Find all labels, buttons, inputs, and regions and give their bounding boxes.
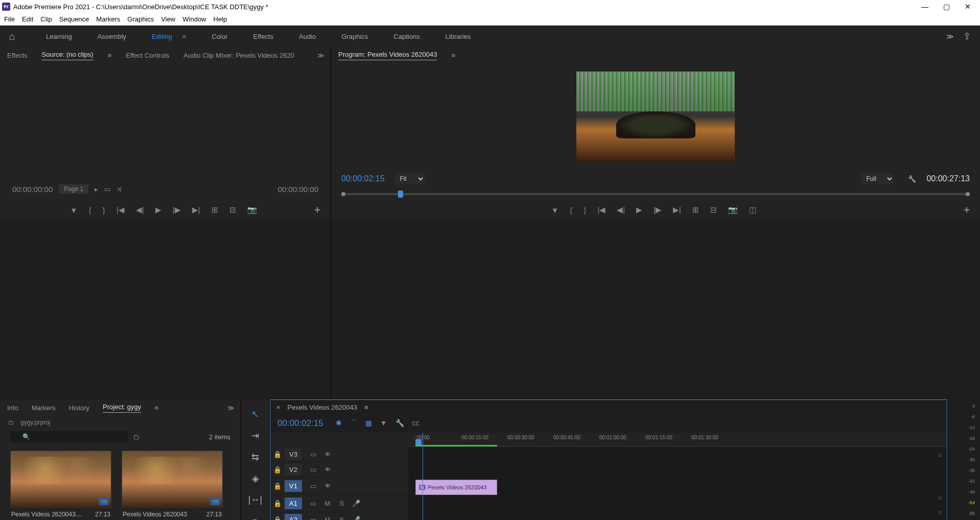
- lock-icon[interactable]: 🔒: [270, 466, 285, 474]
- play-icon[interactable]: ▸: [95, 185, 98, 193]
- track-label[interactable]: V1: [285, 480, 302, 492]
- sync-lock-icon[interactable]: ▭: [307, 466, 319, 474]
- work-area[interactable]: [415, 445, 497, 446]
- tab-markers[interactable]: Markers: [32, 404, 56, 412]
- menu-sequence[interactable]: Sequence: [59, 15, 89, 23]
- sync-lock-icon[interactable]: ▭: [307, 482, 319, 490]
- source-clip-icon[interactable]: ▭: [104, 185, 110, 193]
- settings-icon[interactable]: 🔧: [908, 175, 916, 183]
- program-tc-current[interactable]: 00:00:02:15: [341, 174, 385, 183]
- track-label[interactable]: V2: [285, 464, 302, 476]
- zoom-select[interactable]: Fit: [395, 173, 425, 184]
- lock-icon[interactable]: 🔒: [270, 500, 285, 507]
- timeline-tc[interactable]: 00:00:02:15: [277, 418, 323, 429]
- program-tab[interactable]: Program: Pexels Videos 2620043: [338, 51, 437, 60]
- source-overlay-icon[interactable]: ⤮: [116, 185, 122, 193]
- track-v2[interactable]: 🔒 V2 ▭ 👁: [270, 462, 408, 478]
- track-a2[interactable]: 🔒 A2 ▭ M S 🎤: [270, 512, 408, 520]
- ripple-tool-icon[interactable]: ⇆: [251, 452, 259, 463]
- extract-icon[interactable]: ⊟: [710, 205, 717, 215]
- program-scrubber[interactable]: [331, 189, 980, 199]
- solo-icon[interactable]: S: [336, 516, 348, 520]
- minimize-button[interactable]: —: [919, 3, 931, 11]
- voice-icon[interactable]: 🎤: [350, 500, 362, 507]
- tab-history[interactable]: History: [69, 404, 89, 412]
- menu-markers[interactable]: Markers: [96, 15, 120, 23]
- close-sequence-icon[interactable]: ×: [276, 404, 281, 411]
- sequence-name[interactable]: Pexels Videos 2620043: [288, 404, 357, 411]
- toggle-output-icon[interactable]: 👁: [321, 451, 334, 458]
- scrub-playhead[interactable]: [398, 191, 403, 198]
- project-tabs-overflow-icon[interactable]: ≫: [227, 404, 234, 412]
- marker-icon[interactable]: ▼: [551, 206, 558, 215]
- workspace-menu-icon[interactable]: ≡: [182, 33, 186, 40]
- source-panel-menu-icon[interactable]: ≡: [108, 52, 112, 59]
- goto-out-icon[interactable]: ▶|: [192, 205, 200, 215]
- tab-info[interactable]: Info: [7, 404, 18, 412]
- toggle-output-icon[interactable]: 👁: [321, 482, 334, 490]
- slip-tool-icon[interactable]: |↔|: [248, 494, 262, 505]
- menu-graphics[interactable]: Graphics: [127, 15, 154, 23]
- menu-view[interactable]: View: [161, 15, 175, 23]
- tab-source[interactable]: Source: (no clips): [42, 51, 94, 60]
- workspace-effects[interactable]: Effects: [253, 33, 273, 40]
- project-item[interactable]: Pexels Videos 2620043.... 27:13: [10, 451, 111, 520]
- timeline-clip[interactable]: fx Pexels Videos 2620043: [415, 480, 497, 495]
- scrub-start-icon[interactable]: [341, 192, 345, 196]
- tab-project[interactable]: Project: gygy: [103, 403, 141, 413]
- project-search-input[interactable]: [10, 431, 128, 442]
- linked-selection-icon[interactable]: ▦: [365, 419, 372, 428]
- track-label[interactable]: A2: [285, 514, 302, 520]
- goto-out-icon[interactable]: ▶|: [673, 205, 681, 215]
- marker-icon[interactable]: ▼: [70, 206, 78, 215]
- program-monitor[interactable]: [331, 63, 980, 169]
- step-fwd-icon[interactable]: |▶: [654, 205, 662, 215]
- track-a1[interactable]: 🔒 A1 ▭ M S 🎤: [270, 495, 408, 512]
- step-back-icon[interactable]: ◀|: [617, 205, 625, 215]
- play-button[interactable]: ▶: [155, 205, 161, 215]
- program-panel-menu-icon[interactable]: ≡: [451, 52, 455, 59]
- scroll-dot-icon[interactable]: ○: [938, 451, 942, 459]
- share-icon[interactable]: ⇪: [963, 31, 971, 42]
- time-ruler[interactable]: :00:00 00:00:15:00 00:00:30:00 00:00:45:…: [408, 433, 947, 447]
- marker-settings-icon[interactable]: ▼: [380, 419, 387, 428]
- captions-icon[interactable]: cc: [412, 419, 419, 428]
- close-button[interactable]: ✕: [962, 3, 974, 11]
- tab-effects[interactable]: Effects: [7, 52, 28, 59]
- mute-icon[interactable]: M: [321, 500, 334, 507]
- solo-icon[interactable]: S: [336, 500, 348, 507]
- scroll-dot-icon[interactable]: ○: [938, 494, 942, 502]
- mark-in-icon[interactable]: {: [89, 206, 91, 215]
- pen-tool-icon[interactable]: ✒: [251, 515, 259, 520]
- tab-effect-controls[interactable]: Effect Controls: [126, 52, 169, 59]
- settings-wrench-icon[interactable]: 🔧: [395, 419, 404, 428]
- tab-audio-clip-mixer[interactable]: Audio Clip Mixer: Pexels Videos 2620: [183, 52, 294, 59]
- play-button[interactable]: ▶: [636, 205, 642, 215]
- workspace-color[interactable]: Color: [212, 33, 227, 40]
- mute-icon[interactable]: M: [321, 516, 334, 520]
- bin-icon[interactable]: 🗀: [8, 419, 14, 426]
- track-label[interactable]: V3: [285, 448, 302, 460]
- track-label[interactable]: A1: [285, 498, 302, 509]
- lift-icon[interactable]: ⊞: [692, 205, 699, 215]
- source-tabs-overflow-icon[interactable]: ≫: [317, 52, 323, 59]
- goto-in-icon[interactable]: |◀: [116, 205, 125, 215]
- workspace-editing[interactable]: Editing: [152, 33, 172, 40]
- compare-icon[interactable]: ◫: [749, 205, 756, 215]
- razor-tool-icon[interactable]: ◈: [252, 473, 259, 484]
- source-page-select[interactable]: Page 1: [59, 184, 88, 194]
- step-back-icon[interactable]: ◀|: [136, 205, 144, 215]
- workspace-captions[interactable]: Captions: [393, 33, 419, 40]
- track-v3[interactable]: 🔒 V3 ▭ 👁: [270, 447, 408, 462]
- goto-in-icon[interactable]: |◀: [597, 205, 605, 215]
- step-fwd-icon[interactable]: |▶: [173, 205, 181, 215]
- mark-out-icon[interactable]: }: [584, 206, 586, 215]
- lock-icon[interactable]: 🔒: [270, 516, 285, 520]
- track-select-tool-icon[interactable]: ⇥: [251, 430, 259, 441]
- resolution-select[interactable]: Full: [861, 173, 894, 184]
- menu-clip[interactable]: Clip: [40, 15, 52, 23]
- menu-file[interactable]: File: [4, 15, 15, 23]
- selection-tool-icon[interactable]: ↖: [251, 409, 259, 420]
- source-tc-in[interactable]: 00:00:00:00: [12, 185, 53, 194]
- toggle-output-icon[interactable]: 👁: [321, 466, 334, 474]
